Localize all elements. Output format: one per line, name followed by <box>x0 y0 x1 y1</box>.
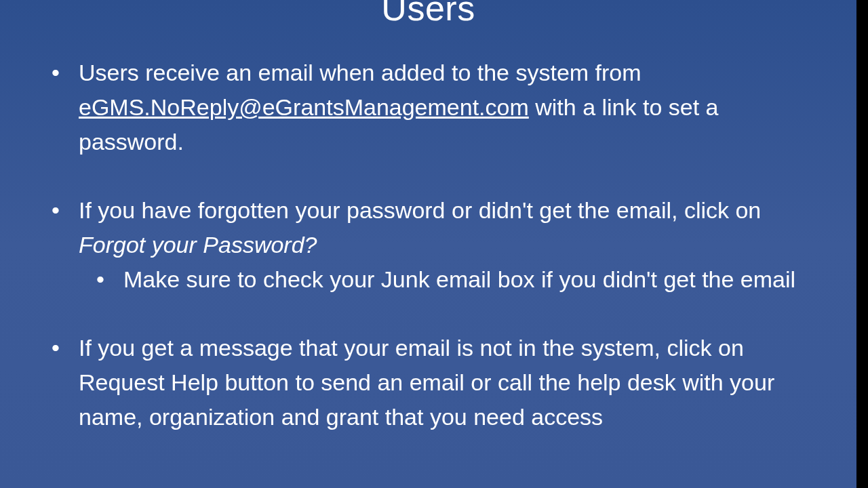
bullet-3-text: If you get a message that your email is … <box>79 335 774 430</box>
slide-title: Users <box>0 0 856 28</box>
bullet-1: Users receive an email when added to the… <box>46 56 816 159</box>
slide: Users Users receive an email when added … <box>0 0 856 488</box>
bullet-2-sub-1: Make sure to check your Junk email box i… <box>91 262 816 297</box>
bullet-1-text-pre: Users receive an email when added to the… <box>79 60 642 85</box>
bullet-2-text-pre: If you have forgotten your password or d… <box>79 197 761 223</box>
bullet-3: If you get a message that your email is … <box>46 331 816 434</box>
bullet-2-sublist: Make sure to check your Junk email box i… <box>91 262 816 297</box>
bullet-2: If you have forgotten your password or d… <box>46 193 816 297</box>
bullet-2-italic: Forgot your Password? <box>79 232 317 258</box>
slide-content: Users receive an email when added to the… <box>46 56 816 468</box>
bullet-list: Users receive an email when added to the… <box>46 56 816 434</box>
bullet-2-sub-1-text: Make sure to check your Junk email box i… <box>123 266 795 292</box>
bullet-1-email-link[interactable]: eGMS.NoReply@eGrantsManagement.com <box>79 94 529 120</box>
